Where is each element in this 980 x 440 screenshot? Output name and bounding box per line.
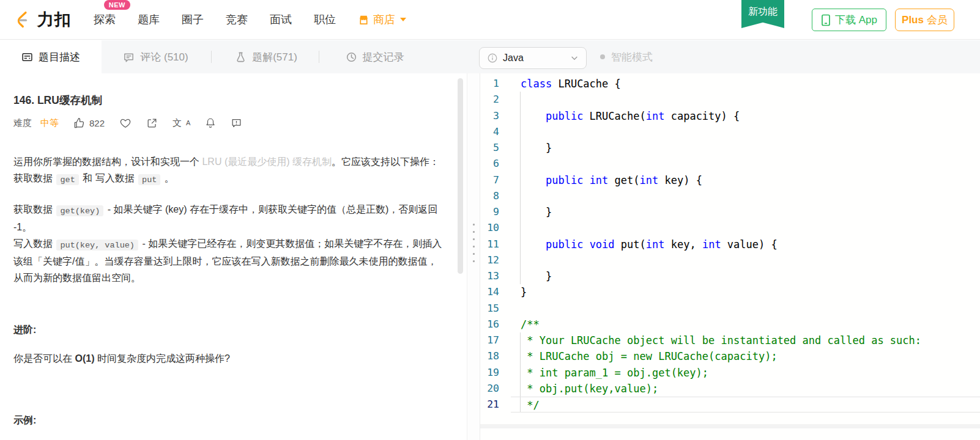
leetcode-logo-icon bbox=[13, 10, 32, 29]
bell-icon bbox=[205, 117, 216, 129]
code-line[interactable]: 21 */ bbox=[480, 397, 980, 413]
nav-item-explore[interactable]: 探索 NEW bbox=[92, 10, 117, 29]
code-content: public int get(int key) { bbox=[511, 172, 980, 188]
nav-menu: 探索 NEW 题库 圈子 竞赛 面试 职位 商店 bbox=[92, 10, 407, 29]
example-label: 示例: bbox=[13, 412, 447, 428]
nav-item-problems[interactable]: 题库 bbox=[136, 10, 161, 29]
code-line[interactable]: 6 bbox=[480, 156, 980, 172]
nav-item-contest[interactable]: 竞赛 bbox=[225, 10, 249, 29]
code-line[interactable]: 3 public LRUCache(int capacity) { bbox=[480, 108, 980, 124]
paragraph-operations: 获取数据 get(key) - 如果关键字 (key) 存在于缓存中，则获取关键… bbox=[13, 201, 447, 286]
feedback-button[interactable] bbox=[231, 117, 242, 129]
code-line[interactable]: 13 } bbox=[480, 268, 980, 284]
problem-statement: 运用你所掌握的数据结构，设计和实现一个 LRU (最近最少使用) 缓存机制。它应… bbox=[13, 153, 447, 428]
line-number: 14 bbox=[480, 284, 511, 300]
line-number: 11 bbox=[480, 237, 511, 252]
problem-title: 146. LRU缓存机制 bbox=[13, 93, 447, 108]
translate-button[interactable]: 文A bbox=[173, 117, 190, 129]
code-content bbox=[511, 156, 980, 172]
code-editor[interactable]: 1class LRUCache {23 public LRUCache(int … bbox=[480, 73, 980, 440]
code-content: * int param_1 = obj.get(key); bbox=[511, 365, 980, 381]
new-feature-ribbon[interactable]: 新功能 bbox=[741, 0, 784, 28]
leetcode-logo[interactable]: 力扣 bbox=[13, 9, 72, 31]
code-line[interactable]: 17 * Your LRUCache object will be instan… bbox=[480, 332, 980, 348]
code-content: } bbox=[511, 268, 980, 284]
phone-icon bbox=[821, 14, 831, 26]
text-run-code: put(key, value) bbox=[56, 240, 138, 251]
code-line[interactable]: 12 bbox=[480, 252, 980, 268]
nav-item-jobs[interactable]: 职位 bbox=[313, 10, 337, 29]
code-line[interactable]: 18 * LRUCache obj = new LRUCache(capacit… bbox=[480, 348, 980, 364]
nav-item-circle[interactable]: 圈子 bbox=[180, 10, 205, 29]
code-line[interactable]: 16/** bbox=[480, 317, 980, 332]
language-select[interactable]: Java bbox=[479, 47, 587, 69]
code-line[interactable]: 9 } bbox=[480, 204, 980, 220]
tab-comments[interactable]: 评论 (510) bbox=[114, 40, 197, 73]
code-line[interactable]: 8 bbox=[480, 188, 980, 204]
smart-mode-toggle[interactable]: 智能模式 bbox=[600, 40, 653, 73]
smart-mode-dot bbox=[600, 54, 605, 59]
code-content: } bbox=[511, 284, 980, 300]
text-run-plain: 和 写入数据 bbox=[80, 173, 137, 183]
line-number: 1 bbox=[480, 76, 511, 92]
code-line[interactable]: 2 bbox=[480, 92, 980, 108]
panel-resize-handle[interactable] bbox=[467, 73, 480, 440]
code-line[interactable]: 11 public void put(int key, int value) { bbox=[480, 237, 980, 252]
info-icon bbox=[487, 53, 498, 64]
favorite-button[interactable] bbox=[119, 117, 132, 129]
resize-dots bbox=[473, 224, 475, 262]
text-run-link[interactable]: LRU (最近最少使用) 缓存机制 bbox=[202, 156, 332, 167]
subscribe-button[interactable] bbox=[205, 117, 216, 129]
line-number: 13 bbox=[480, 268, 511, 284]
top-navbar: 力扣 探索 NEW 题库 圈子 竞赛 面试 职位 商店 新功能 下载 App P… bbox=[0, 0, 980, 40]
nav-item-store[interactable]: 商店 bbox=[357, 10, 407, 29]
code-line[interactable]: 7 public int get(int key) { bbox=[480, 172, 980, 188]
like-button[interactable]: 822 bbox=[73, 117, 105, 129]
heart-icon bbox=[119, 117, 132, 129]
code-content: */ bbox=[511, 397, 980, 413]
line-number: 18 bbox=[480, 348, 511, 364]
code-content bbox=[511, 188, 980, 204]
difficulty-badge: 中等 bbox=[40, 117, 59, 129]
line-number: 7 bbox=[480, 172, 511, 188]
code-content: public void put(int key, int value) { bbox=[511, 237, 980, 252]
line-number: 4 bbox=[480, 124, 511, 140]
code-line[interactable]: 20 * obj.put(key,value); bbox=[480, 381, 980, 397]
code-content bbox=[511, 92, 980, 108]
code-line[interactable]: 10 bbox=[480, 220, 980, 236]
text-run-code: get bbox=[56, 174, 78, 185]
chevron-down-icon bbox=[570, 54, 579, 62]
code-line[interactable]: 19 * int param_1 = obj.get(key); bbox=[480, 365, 980, 381]
tab-solutions[interactable]: 题解(571) bbox=[223, 40, 309, 73]
text-run-plain: 你是否可以在 bbox=[13, 353, 75, 364]
tab-separator bbox=[211, 51, 212, 63]
code-line[interactable]: 14} bbox=[480, 284, 980, 300]
editor-horizontal-scrollbar[interactable] bbox=[480, 424, 980, 428]
text-run-plain: 。 bbox=[161, 173, 174, 183]
code-content: class LRUCache { bbox=[511, 76, 980, 92]
tab-description[interactable]: 题目描述 bbox=[0, 40, 102, 73]
text-run-code: put bbox=[138, 174, 160, 185]
chevron-down-icon bbox=[400, 18, 406, 21]
share-icon bbox=[146, 117, 158, 129]
code-line[interactable]: 4 bbox=[480, 124, 980, 140]
line-number: 8 bbox=[480, 188, 511, 204]
code-content bbox=[511, 124, 980, 140]
tab-separator bbox=[319, 51, 319, 63]
download-app-button[interactable]: 下载 App bbox=[812, 9, 886, 31]
plus-member-button[interactable]: Plus会员 bbox=[895, 9, 954, 31]
difficulty-label: 难度 bbox=[13, 117, 32, 129]
tab-submissions[interactable]: 提交记录 bbox=[330, 40, 419, 73]
code-line[interactable]: 1class LRUCache { bbox=[480, 76, 980, 92]
tab-strip: 题目描述 评论 (510) 题解(571) 提交记录 Java bbox=[0, 40, 980, 73]
nav-item-interview[interactable]: 面试 bbox=[269, 10, 293, 29]
code-line[interactable]: 5 } bbox=[480, 140, 980, 156]
line-number: 3 bbox=[480, 108, 511, 124]
description-scrollbar[interactable] bbox=[458, 78, 463, 274]
text-run-plain: 运用你所掌握的数据结构，设计和实现一个 bbox=[13, 156, 202, 167]
share-button[interactable] bbox=[146, 117, 158, 129]
likes-count: 822 bbox=[89, 118, 105, 128]
code-content bbox=[511, 301, 980, 317]
code-line[interactable]: 15 bbox=[480, 301, 980, 317]
text-run-plain: 写入数据 bbox=[13, 238, 55, 249]
